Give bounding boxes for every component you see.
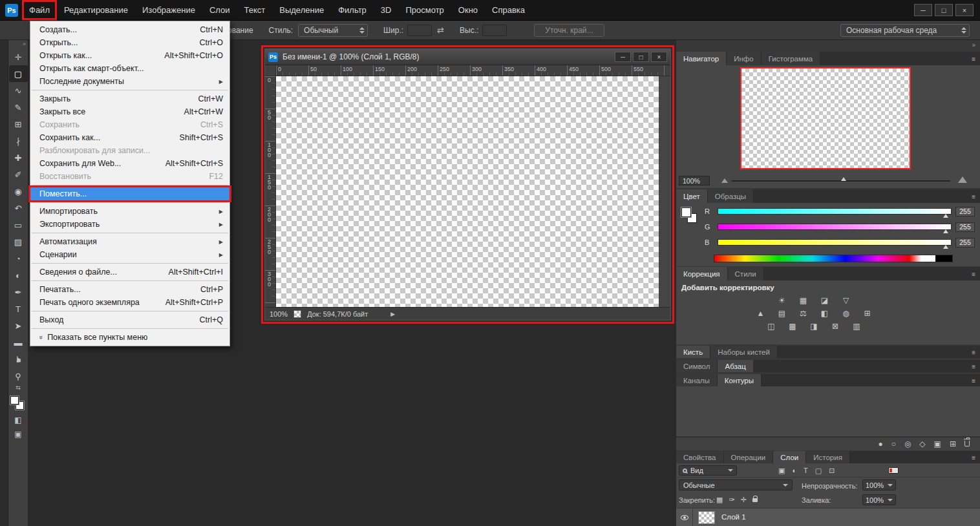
color-balance-icon[interactable]: ⚖ bbox=[796, 309, 811, 322]
tab-character[interactable]: Символ bbox=[676, 360, 718, 372]
lock-transparency-icon[interactable]: ▦ bbox=[716, 496, 723, 504]
menubar-item-edit[interactable]: Редактирование bbox=[57, 0, 135, 20]
mini-swap-colors-icon[interactable]: ⇆ bbox=[8, 384, 28, 394]
pen-tool[interactable]: ✒ bbox=[8, 284, 28, 300]
file-menu-item-place[interactable]: Поместить... bbox=[30, 187, 229, 200]
color-slider-g[interactable] bbox=[718, 224, 952, 230]
lock-position-icon[interactable]: ✛ bbox=[741, 496, 747, 504]
tab-brush[interactable]: Кисть bbox=[676, 346, 710, 358]
filter-type-layers-icon[interactable]: T bbox=[804, 467, 808, 474]
filter-smart-objects-icon[interactable]: ⊡ bbox=[829, 467, 835, 475]
brightness-contrast-icon[interactable]: ☀ bbox=[774, 296, 790, 309]
menubar-item-window[interactable]: Окно bbox=[451, 0, 485, 20]
color-spectrum-bar[interactable] bbox=[714, 255, 953, 262]
canvas[interactable] bbox=[276, 76, 659, 307]
app-close-button[interactable]: × bbox=[955, 4, 974, 16]
filter-adjustment-layers-icon[interactable]: ◐ bbox=[792, 467, 796, 474]
threshold-icon[interactable]: ◨ bbox=[806, 322, 822, 335]
eraser-tool[interactable]: ▭ bbox=[8, 216, 28, 233]
file-menu-item-export[interactable]: Экспортировать▶ bbox=[30, 218, 229, 231]
file-menu-item-show-all-menu-items[interactable]: »Показать все пункты меню bbox=[30, 331, 229, 344]
color-slider-b[interactable] bbox=[718, 239, 952, 246]
app-maximize-button[interactable]: □ bbox=[935, 4, 953, 16]
doc-maximize-button[interactable]: □ bbox=[633, 52, 649, 62]
document-size-info[interactable]: Док: 594,7К/0 байт bbox=[307, 310, 368, 318]
slider-thumb-icon[interactable] bbox=[943, 245, 948, 249]
horizontal-ruler[interactable]: 050100150200250300350400450500550 bbox=[276, 65, 670, 76]
tab-swatches[interactable]: Образцы bbox=[708, 189, 754, 203]
file-menu-item-automate[interactable]: Автоматизация▶ bbox=[30, 235, 229, 248]
layer-name[interactable]: Слой 1 bbox=[721, 513, 746, 521]
lock-pixels-icon[interactable]: ✑ bbox=[729, 496, 734, 504]
tab-info[interactable]: Инфо bbox=[727, 52, 761, 65]
layer-thumbnail[interactable] bbox=[698, 511, 715, 524]
lasso-tool[interactable]: ∿ bbox=[8, 82, 28, 99]
zoom-level[interactable]: 100% bbox=[270, 310, 288, 318]
file-menu-item-open-as[interactable]: Открыть как...Alt+Shift+Ctrl+O bbox=[30, 49, 229, 62]
stroke-path-icon[interactable]: ○ bbox=[891, 439, 896, 448]
filter-pixel-layers-icon[interactable]: ▣ bbox=[778, 467, 785, 475]
file-menu-item-print-one-copy[interactable]: Печать одного экземпляраAlt+Shift+Ctrl+P bbox=[30, 296, 229, 309]
doc-minimize-button[interactable]: ─ bbox=[615, 52, 631, 62]
file-menu-item-scripts[interactable]: Сценарии▶ bbox=[30, 248, 229, 261]
color-value-r[interactable]: 255 bbox=[955, 207, 975, 216]
screen-mode-icon[interactable]: ▣ bbox=[8, 427, 28, 441]
curves-icon[interactable]: ◪ bbox=[817, 296, 833, 309]
delete-icon[interactable] bbox=[964, 439, 970, 448]
filter-shape-layers-icon[interactable]: ▢ bbox=[815, 467, 822, 475]
tab-styles[interactable]: Стили bbox=[728, 267, 764, 280]
load-path-selection-icon[interactable]: ◎ bbox=[904, 439, 911, 448]
history-brush-tool[interactable]: ↶ bbox=[8, 200, 28, 216]
file-menu-item-print[interactable]: Печатать...Ctrl+P bbox=[30, 283, 229, 296]
vertical-ruler[interactable]: 05 01 0 01 5 02 0 02 5 03 0 0 bbox=[265, 76, 276, 307]
app-minimize-button[interactable]: ─ bbox=[914, 4, 932, 16]
file-menu-item-file-info[interactable]: Сведения о файле...Alt+Shift+Ctrl+I bbox=[30, 266, 229, 279]
zoom-out-mountains-icon[interactable] bbox=[721, 178, 728, 183]
menubar-item-file[interactable]: Файл bbox=[22, 0, 57, 20]
foreground-color-swatch[interactable] bbox=[10, 396, 19, 405]
brush-tool[interactable]: ✐ bbox=[8, 166, 28, 183]
menubar-item-select[interactable]: Выделение bbox=[272, 0, 331, 20]
refine-edge-button[interactable]: Уточн. край... bbox=[534, 24, 604, 37]
tab-brush-presets[interactable]: Наборы кистей bbox=[710, 346, 778, 358]
zoom-in-mountains-icon[interactable] bbox=[958, 176, 967, 183]
posterize-icon[interactable]: ▩ bbox=[785, 322, 800, 335]
opacity-dropdown[interactable]: 100% bbox=[862, 479, 896, 490]
file-menu-item-open-as-smart-object[interactable]: Открыть как смарт-объект... bbox=[30, 62, 229, 75]
quick-mask-icon[interactable]: ◧ bbox=[8, 413, 28, 427]
tab-channels[interactable]: Каналы bbox=[676, 374, 718, 386]
dodge-tool[interactable]: ◐ bbox=[8, 267, 28, 284]
lock-all-icon[interactable] bbox=[752, 496, 758, 503]
file-menu-item-save-as[interactable]: Сохранить как...Shift+Ctrl+S bbox=[30, 131, 229, 144]
ruler-corner[interactable] bbox=[265, 65, 276, 76]
levels-icon[interactable]: ▦ bbox=[796, 296, 811, 309]
shape-tool[interactable]: ▬ bbox=[8, 334, 28, 351]
style-dropdown[interactable]: Обычный bbox=[298, 24, 368, 37]
doc-close-button[interactable]: × bbox=[651, 52, 667, 62]
file-menu-item-new[interactable]: Создать...Ctrl+N bbox=[30, 23, 229, 36]
navigator-preview[interactable] bbox=[740, 67, 911, 169]
make-work-path-icon[interactable]: ◇ bbox=[919, 439, 925, 448]
width-input[interactable] bbox=[407, 25, 432, 36]
file-menu-item-close[interactable]: ЗакрытьCtrl+W bbox=[30, 92, 229, 105]
filter-toggle-switch[interactable] bbox=[888, 467, 899, 474]
dock-collapse-icon[interactable]: » bbox=[972, 41, 975, 48]
quick-selection-tool[interactable]: ✎ bbox=[8, 99, 28, 116]
layer-visibility-toggle[interactable] bbox=[676, 509, 693, 526]
menubar-item-filter[interactable]: Фильтр bbox=[331, 0, 374, 20]
menubar-item-view[interactable]: Просмотр bbox=[398, 0, 451, 20]
channel-mixer-icon[interactable]: ⊞ bbox=[860, 309, 875, 322]
zoom-tool[interactable]: ⚲ bbox=[8, 368, 28, 384]
navigator-zoom-slider[interactable] bbox=[732, 180, 950, 182]
panel-menu-icon[interactable]: ≡ bbox=[972, 377, 975, 384]
slider-thumb[interactable] bbox=[841, 177, 846, 181]
path-selection-tool[interactable]: ➤ bbox=[8, 317, 28, 334]
menubar-item-layers[interactable]: Слои bbox=[202, 0, 237, 20]
clone-stamp-tool[interactable]: ◉ bbox=[8, 183, 28, 200]
gradient-map-icon[interactable]: ⊠ bbox=[827, 322, 843, 335]
menubar-item-help[interactable]: Справка bbox=[485, 0, 532, 20]
black-white-icon[interactable]: ◧ bbox=[817, 309, 833, 322]
fill-path-icon[interactable]: ● bbox=[878, 439, 882, 448]
tab-actions[interactable]: Операции bbox=[724, 451, 774, 463]
rectangular-marquee-tool[interactable]: ▢ bbox=[9, 65, 28, 82]
